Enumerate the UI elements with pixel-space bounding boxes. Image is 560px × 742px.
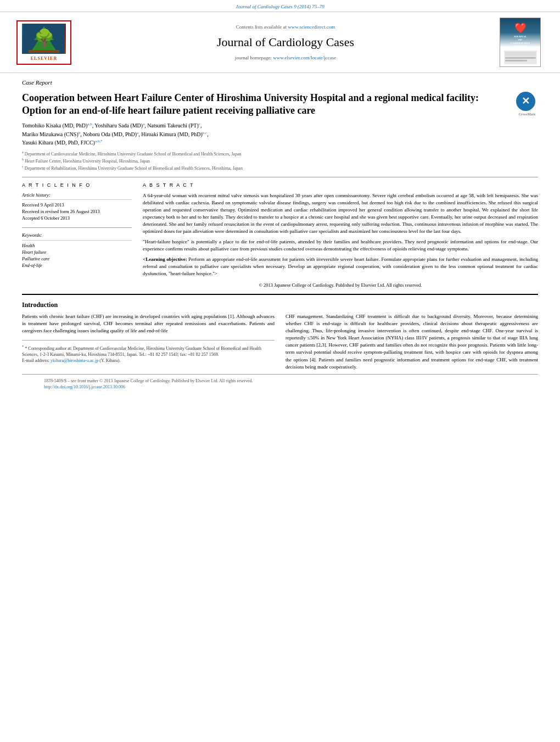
history-label: Article history: [22,192,132,200]
article-title: Cooperation between Heart Failure Center… [22,92,516,118]
affil-c: c Department of Rehabilitation, Hiroshim… [22,164,538,171]
author3-name: , Natsumi Takeuchi (PT) [144,123,199,129]
footnote-corresponding: * * Corresponding author at: Department … [22,344,275,358]
keyword-heart-failure: Heart failure [22,249,132,256]
keywords-section: Keywords: Health Heart failure Palliativ… [22,232,132,269]
footnote: * * Corresponding author at: Department … [22,340,275,364]
article-title-section: Cooperation between Heart Failure Center… [22,92,538,118]
keyword-end-of-life: End-of-life [22,263,132,269]
svg-rect-2 [29,50,59,53]
svg-rect-6 [505,60,527,62]
intro-right-col: CHF management. Standardizing CHF treatm… [285,313,538,373]
main-content: Case Report Cooperation between Heart Fa… [0,73,560,404]
header-center: Contents lists available at www.scienced… [82,24,489,61]
author1-sup: a,b [87,122,92,126]
journal-top-bar: Journal of Cardiology Cases 9 (2014) 75–… [0,0,560,12]
doi-link[interactable]: http://dx.doi.org/10.1016/j.jccase.2013.… [44,384,125,389]
intro-right-text: CHF management. Standardizing CHF treatm… [285,313,538,370]
divider-keywords [22,227,132,228]
keyword-palliative: Palliative care [22,256,132,263]
sciencedirect-link[interactable]: www.sciencedirect.com [288,24,335,30]
elsevier-logo: ELSEVIER [16,20,71,65]
footnote-email: E-mail address: ykihara@hiroshima-u.ac.j… [22,358,275,364]
issn-line: 1878-5409/$ – see front matter © 2013 Ja… [44,378,516,384]
abstract-col: A B S T R A C T A 64-year-old woman with… [143,182,538,288]
cover-heart-icon: ❤️ [514,21,527,35]
author8: , [207,131,209,137]
author7-sup: b,c [203,131,207,135]
divider-1 [22,177,538,177]
journal-cover: ❤️ JOURNALOFCARDIOLOGYCASES [500,18,544,67]
article-info-label: A R T I C L E I N F O [22,182,132,189]
elsevier-text: ELSEVIER [20,55,68,62]
affiliations: a Department of Cardiovascular Medicine,… [22,150,538,171]
sciencedirect-line: Contents lists available at www.scienced… [82,24,489,31]
journal-issue-link[interactable]: Journal of Cardiology Cases 9 (2014) 75–… [236,4,324,9]
page: Journal of Cardiology Cases 9 (2014) 75–… [0,0,560,742]
email-link[interactable]: ykihara@hiroshima-u.ac.jp [51,358,98,363]
intro-left-col: Patients with chronic heart failure (CHF… [22,313,275,373]
journal-title: Journal of Cardiology Cases [82,34,489,51]
abstract-label: A B S T R A C T [143,182,538,189]
received-date: Received 9 April 2013 [22,202,132,209]
svg-rect-5 [505,57,536,59]
abstract-text: A 64-year-old woman with recurrent mitra… [143,192,538,289]
authors-line: Tomohiko Kisaka (MD, PhD)a,b, Yoshiharu … [22,121,538,147]
svg-rect-0 [23,24,65,54]
article-history: Article history: Received 9 April 2013 R… [22,192,132,222]
intro-left-text: Patients with chronic heart failure (CHF… [22,313,275,334]
author7-name: , Hiroaki Kimura (MD, PhD) [138,131,203,137]
author9-sup: a,b,* [95,139,103,143]
svg-rect-4 [505,52,536,56]
intro-para1: Patients with chronic heart failure (CHF… [22,313,275,334]
article-info-col: A R T I C L E I N F O Article history: R… [22,182,132,288]
abstract-para1: A 64-year-old woman with recurrent mitra… [143,192,538,235]
abstract-para3: <Learning objective: Perform an appropri… [143,256,538,277]
article-info-abstract: A R T I C L E I N F O Article history: R… [22,182,538,288]
accepted-date: Accepted 6 October 2013 [22,215,132,222]
author6-name: , Noboru Oda (MD, PhD) [80,131,137,137]
header-section: ELSEVIER Contents lists available at www… [0,12,560,73]
author4: , [200,123,202,129]
journal-homepage-line: journal homepage: www.elsevier.com/locat… [82,54,489,62]
affil-a: a Department of Cardiovascular Medicine,… [22,150,538,157]
introduction-heading: Introduction [22,300,538,310]
keywords-label: Keywords: [22,232,132,241]
introduction-body: Patients with chronic heart failure (CHF… [22,313,538,373]
author2-name: , Yoshiharu Sada (MD) [92,123,143,129]
bottom-bar: 1878-5409/$ – see front matter © 2013 Ja… [22,374,538,393]
journal-homepage-link[interactable]: www.elsevier.com/locate/jccase [273,55,336,60]
body-divider [22,294,538,295]
article-type-label: Case Report [22,79,538,87]
abstract-para2: "Heart-failure hospice" is potentially a… [143,238,538,253]
abstract-copyright: © 2013 Japanese College of Cardiology. P… [143,282,538,288]
crossmark-container: ✕ CrossMark [516,92,538,118]
crossmark-label: CrossMark [516,112,538,118]
affil-b: b Heart Failure Center, Hiroshima Univer… [22,157,538,164]
author1-name: Tomohiko Kisaka (MD, PhD) [22,123,87,129]
author5-name: Mariko Mizukawa (CNS) [22,131,79,137]
crossmark-icon: ✕ [516,92,535,111]
cover-title-text: JOURNALOFCARDIOLOGYCASES [511,35,530,48]
journal-cover-image: ❤️ JOURNALOFCARDIOLOGYCASES [500,18,541,67]
svg-marker-1 [31,26,57,51]
learning-obj-label: <Learning objective: [143,256,187,262]
elsevier-logo-image [22,24,66,54]
doi-line: http://dx.doi.org/10.1016/j.jccase.2013.… [44,384,516,390]
learning-obj-text: Perform an appropriate end-of-life asses… [143,256,538,276]
keyword-health: Health [22,243,132,249]
revised-date: Received in revised form 26 August 2013 [22,209,132,215]
intro-para-right: CHF management. Standardizing CHF treatm… [285,313,538,370]
author9-name: Yasuki Kihara (MD, PhD, FJCC) [22,140,95,146]
